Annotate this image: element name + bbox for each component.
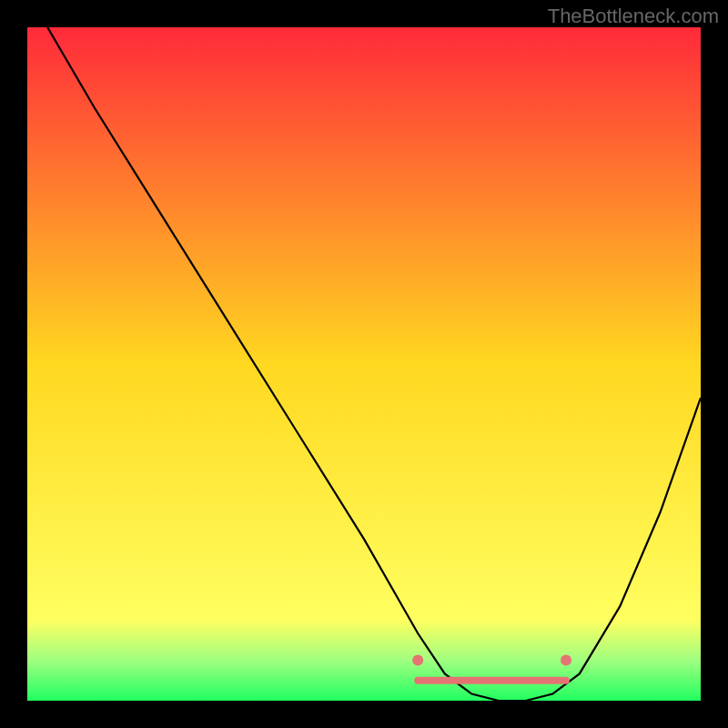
watermark-text: TheBottleneck.com bbox=[548, 5, 719, 28]
chart-svg bbox=[27, 27, 701, 701]
chart-background bbox=[27, 27, 701, 701]
marker-dot bbox=[412, 655, 423, 666]
marker-dot bbox=[561, 655, 571, 666]
chart-area bbox=[27, 27, 701, 701]
